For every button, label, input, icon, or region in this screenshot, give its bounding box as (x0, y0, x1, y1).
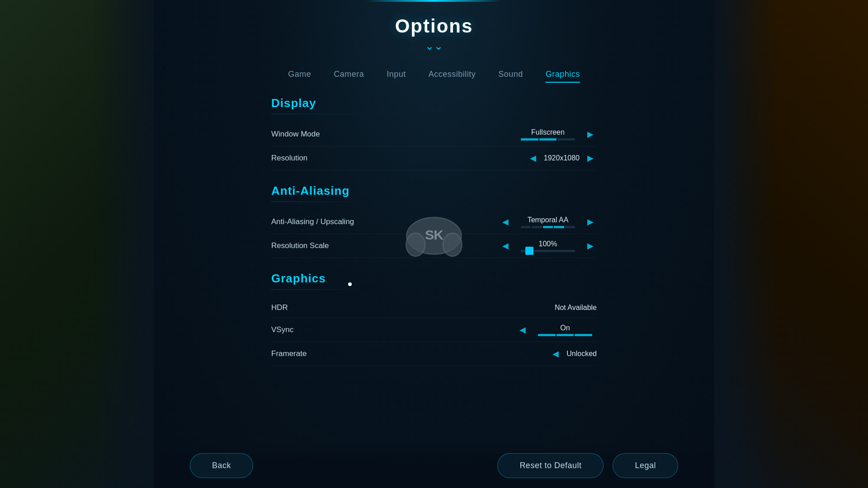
window-mode-label: Window Mode (271, 130, 516, 139)
hdr-value: Not Available (555, 304, 597, 312)
vsync-value-display: On (533, 324, 597, 336)
tab-game[interactable]: Game (288, 70, 311, 83)
tab-accessibility[interactable]: Accessibility (429, 70, 476, 83)
top-accent-bar (366, 0, 502, 2)
resolution-control: ◀ 868x488 ▶ (527, 152, 597, 164)
window-mode-seg-1 (521, 138, 538, 141)
resolution-scale-next-button[interactable]: ▶ (584, 239, 597, 252)
nav-tabs: Game Camera Input Accessibility Sound Gr… (288, 70, 580, 83)
gap-1 (271, 170, 597, 184)
aa-section-title: Anti-Aliasing (271, 184, 597, 198)
display-section-title: Display (271, 96, 597, 110)
framerate-row: Framerate ◀ Unlocked (271, 342, 597, 366)
vsync-bar (538, 334, 592, 336)
framerate-control: ◀ Unlocked (549, 347, 597, 360)
resolution-prev-button[interactable]: ◀ (527, 152, 539, 164)
resolution-label: Resolution (271, 154, 527, 163)
legal-button[interactable]: Legal (613, 453, 678, 478)
svg-text:SK: SK (425, 227, 443, 242)
resolution-scale-prev-button[interactable]: ◀ (499, 239, 512, 252)
tab-input[interactable]: Input (387, 70, 406, 83)
right-background (714, 0, 868, 488)
framerate-prev-button[interactable]: ◀ (549, 347, 562, 360)
resolution-scale-control: ◀ 100% ▶ (499, 239, 597, 252)
window-mode-next-button[interactable]: ▶ (584, 128, 597, 141)
svg-point-2 (443, 233, 462, 256)
settings-panel: Display Window Mode Fullscreen ▶ Resolut… (271, 96, 597, 488)
back-button[interactable]: Back (190, 453, 253, 478)
aa-upscaling-value-display: Temporal AA (516, 216, 580, 228)
resolution-scale-value: 100% (539, 240, 557, 248)
aa-upscaling-value: Temporal AA (528, 216, 569, 224)
vsync-prev-button[interactable]: ◀ (516, 324, 529, 336)
tab-sound[interactable]: Sound (498, 70, 523, 83)
hdr-label: HDR (271, 303, 555, 312)
tab-camera[interactable]: Camera (334, 70, 364, 83)
window-mode-seg-2 (539, 138, 557, 141)
vsync-seg-3 (575, 334, 592, 336)
aa-upscaling-control: ◀ Temporal AA ▶ (499, 216, 597, 228)
window-mode-row: Window Mode Fullscreen ▶ (271, 122, 597, 146)
svg-point-1 (406, 233, 425, 256)
page-title: Options (395, 15, 473, 37)
aa-upscaling-prev-button[interactable]: ◀ (499, 216, 512, 228)
window-mode-control: Fullscreen ▶ (516, 128, 597, 141)
vsync-row: VSync ◀ On (271, 318, 597, 342)
aa-seg-5 (565, 226, 575, 228)
resolution-row: Resolution ◀ 868x488 ▶ (271, 146, 597, 170)
framerate-value: Unlocked (566, 350, 597, 358)
resolution-scale-bar (521, 250, 575, 252)
vsync-seg-1 (538, 334, 556, 336)
tab-graphics[interactable]: Graphics (546, 70, 580, 83)
display-divider (271, 114, 362, 114)
hdr-row: HDR Not Available (271, 298, 597, 318)
window-mode-seg-3 (557, 138, 575, 141)
resolution-scale-value-display: 100% (516, 240, 580, 252)
aa-seg-3 (543, 226, 553, 228)
center-buttons: Reset to Default Legal (497, 453, 678, 478)
window-mode-value-display: Fullscreen (516, 128, 580, 141)
graphics-section-title: Graphics (271, 272, 597, 286)
graphics-divider (271, 289, 362, 290)
reset-button[interactable]: Reset to Default (497, 453, 604, 478)
window-mode-value: Fullscreen (531, 128, 565, 136)
aa-upscaling-next-button[interactable]: ▶ (584, 216, 597, 228)
watermark-logo: SK (402, 202, 466, 267)
left-background (0, 0, 154, 488)
vsync-seg-2 (557, 334, 574, 336)
aa-upscaling-bar (521, 226, 575, 228)
bottom-bar: Back Reset to Default Legal (154, 443, 714, 488)
vsync-control: ◀ On (516, 324, 597, 336)
aa-seg-2 (532, 226, 542, 228)
vsync-value: On (560, 324, 570, 332)
aa-seg-1 (521, 226, 531, 228)
vsync-label: VSync (271, 325, 516, 334)
hdr-control: Not Available (555, 304, 597, 312)
aa-seg-4 (554, 226, 564, 228)
resolution-value: 868x488 (544, 154, 580, 162)
framerate-label: Framerate (271, 349, 549, 358)
resolution-next-button[interactable]: ▶ (584, 152, 597, 164)
aa-divider (271, 202, 362, 202)
scroll-down-icon[interactable]: ⌄⌄ (425, 41, 443, 52)
window-mode-bar (521, 138, 575, 141)
